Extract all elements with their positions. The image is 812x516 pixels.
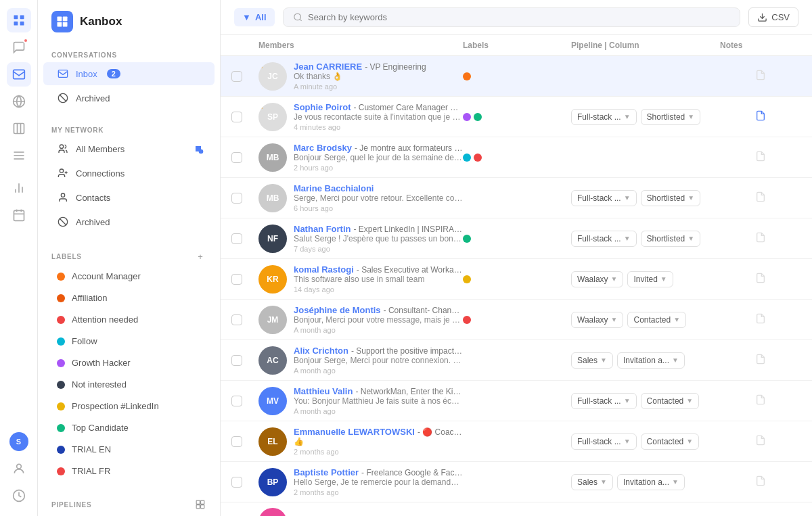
row-checkbox[interactable] [231, 355, 242, 366]
row-checkbox[interactable] [231, 193, 242, 204]
notes-icon[interactable] [755, 435, 766, 448]
column-selector[interactable]: Invited ▼ [627, 271, 673, 287]
search-input[interactable] [308, 12, 730, 22]
svg-rect-4 [13, 70, 24, 78]
column-selector[interactable]: Contacted ▼ [641, 433, 700, 450]
column-selector[interactable]: Invitation a... ▼ [617, 474, 685, 490]
column-chevron: ▼ [687, 235, 694, 242]
table-row[interactable]: NF Nathan Fortin - Expert LinkedIn | INS… [221, 218, 812, 259]
notes-icon[interactable] [755, 394, 766, 407]
row-checkbox[interactable] [231, 477, 242, 488]
row-checkbox[interactable] [231, 314, 242, 325]
sidebar-item-archived[interactable]: Archived [43, 87, 215, 110]
nav-calendar-icon[interactable] [7, 203, 31, 227]
sidebar-item-label-not-interested[interactable]: Not interested [43, 374, 215, 395]
table-row[interactable]: BP Baptiste Pottier - Freelance Google &… [221, 462, 812, 502]
all-members-label: All Members [76, 144, 125, 154]
column-selector[interactable]: Contacted ▼ [641, 393, 700, 409]
column-selector[interactable]: Shortlisted ▼ [641, 190, 701, 206]
sidebar-item-label-affiliation[interactable]: Affiliation [43, 287, 215, 308]
row-checkbox[interactable] [231, 436, 242, 447]
notes-icon[interactable] [755, 475, 766, 488]
table-row[interactable]: ★ SP Sophie Poirot - Customer Care Manag… [221, 97, 812, 137]
row-checkbox[interactable] [231, 396, 242, 406]
nav-chart-icon[interactable] [7, 176, 31, 200]
pipeline-selector[interactable]: Waalaxy ▼ [571, 271, 623, 287]
csv-download-button[interactable]: CSV [748, 7, 798, 27]
table-row[interactable]: KR komal Rastogi - Sales Executive at Wo… [221, 259, 812, 300]
column-selector[interactable]: Shortlisted ▼ [641, 231, 701, 247]
app-name: Kanbox [80, 15, 122, 28]
sidebar-item-label-prospection-#linkedin[interactable]: Prospection #LinkedIn [43, 396, 215, 417]
notes-icon[interactable] [755, 354, 766, 367]
nav-list-icon[interactable] [7, 143, 31, 168]
notes-icon[interactable] [755, 313, 766, 326]
sidebar-item-label-trial-fr[interactable]: TRIAL FR [43, 461, 215, 482]
sidebar-item-all-members[interactable]: All Members [43, 137, 215, 160]
pipeline-selector[interactable]: Full-stack ... ▼ [571, 190, 637, 206]
nav-globe-icon[interactable] [7, 89, 31, 114]
sidebar-item-label-top-candidate[interactable]: Top Candidate [43, 417, 215, 438]
pipeline-selector[interactable]: Full-stack ... ▼ [571, 109, 637, 125]
member-name: Matthieu Valin [294, 386, 353, 396]
row-checkbox[interactable] [231, 152, 242, 163]
sidebar-item-label-account-manager[interactable]: Account Manager [43, 266, 215, 287]
notes-icon[interactable] [755, 232, 766, 245]
pipeline-selector[interactable]: Full-stack ... ▼ [571, 231, 637, 247]
search-bar[interactable] [283, 7, 741, 27]
filter-all-button[interactable]: ▼ All [234, 8, 275, 26]
pipeline-name: Full-stack ... [577, 193, 621, 203]
message-preview: Hello Serge, Je te remercie pour la dema… [294, 477, 463, 487]
pipelines-add-button[interactable] [194, 498, 206, 511]
table-row[interactable]: AC Alix Crichton - Support the positive … [221, 340, 812, 381]
notes-icon[interactable] [755, 151, 766, 164]
notes-icon[interactable] [755, 110, 766, 123]
contacts-label: Contacts [76, 193, 110, 203]
column-selector[interactable]: Contacted ▼ [627, 312, 686, 328]
sidebar-item-connections[interactable]: Connections [43, 162, 215, 185]
pipeline-selector[interactable]: Full-stack ... ▼ [571, 433, 637, 450]
table-row[interactable]: MV Matthieu Valin - NetworkMan, Enter th… [221, 381, 812, 421]
sidebar-item-label-growth-hacker[interactable]: Growth Hacker [43, 352, 215, 373]
pipeline-chevron: ▼ [624, 235, 631, 242]
svg-rect-25 [58, 70, 67, 78]
nav-mail-icon[interactable] [7, 62, 31, 87]
row-checkbox[interactable] [231, 274, 242, 285]
notes-cell [720, 232, 801, 245]
table-row[interactable]: MB Marine Bacchialoni Serge, Merci pour … [221, 178, 812, 218]
row-checkbox[interactable] [231, 71, 242, 82]
notes-icon[interactable] [755, 273, 766, 285]
column-selector[interactable]: Shortlisted ▼ [641, 109, 701, 125]
labels-add-button[interactable]: + [194, 250, 206, 262]
table-row[interactable]: EL Emmanuelle LEWARTOWSKI - 🔴 Coaching W… [221, 421, 812, 462]
sidebar-item-inbox[interactable]: Inbox 2 [43, 62, 215, 85]
table-row[interactable]: ★ JC Jean CARRIERE - VP Engineering Ok t… [221, 56, 812, 97]
pipeline-selector[interactable]: Full-stack ... ▼ [571, 393, 637, 409]
table-row[interactable]: JM Joséphine de Montis - Consultant- Cha… [221, 300, 812, 340]
sidebar-item-label-trial-en[interactable]: TRIAL EN [43, 439, 215, 460]
nav-inbox-icon[interactable] [7, 35, 31, 60]
label-name: Not interested [72, 379, 127, 390]
sidebar-item-label-attention-needed[interactable]: Attention needed [43, 309, 215, 330]
member-cell: MB Marc Brodsky - Je montre aux formateu… [258, 143, 463, 172]
nav-clock-icon[interactable] [7, 484, 31, 508]
avatar-initials: JP [258, 508, 287, 516]
nav-avatar-icon[interactable]: S [7, 429, 31, 454]
row-checkbox[interactable] [231, 233, 242, 244]
sidebar-item-contacts[interactable]: Contacts [43, 186, 215, 209]
notes-icon[interactable] [755, 70, 766, 83]
table-row[interactable]: JP Jennifer Pelletier - J'accompagne les… [221, 502, 812, 516]
sidebar-item-network-archived[interactable]: Archived [43, 210, 215, 233]
pipeline-selector[interactable]: Waalaxy ▼ [571, 312, 623, 328]
nav-home-icon[interactable] [7, 8, 31, 32]
column-selector[interactable]: Invitation a... ▼ [617, 352, 685, 369]
notes-icon[interactable] [755, 191, 766, 204]
nav-kanban-icon[interactable] [7, 116, 31, 141]
table-row[interactable]: MB Marc Brodsky - Je montre aux formateu… [221, 137, 812, 178]
pipeline-selector[interactable]: Sales ▼ [571, 352, 613, 369]
label-name: Follow [72, 336, 97, 346]
row-checkbox[interactable] [231, 112, 242, 122]
nav-users-icon[interactable] [7, 456, 31, 481]
sidebar-item-label-follow[interactable]: Follow [43, 331, 215, 352]
pipeline-selector[interactable]: Sales ▼ [571, 474, 613, 490]
